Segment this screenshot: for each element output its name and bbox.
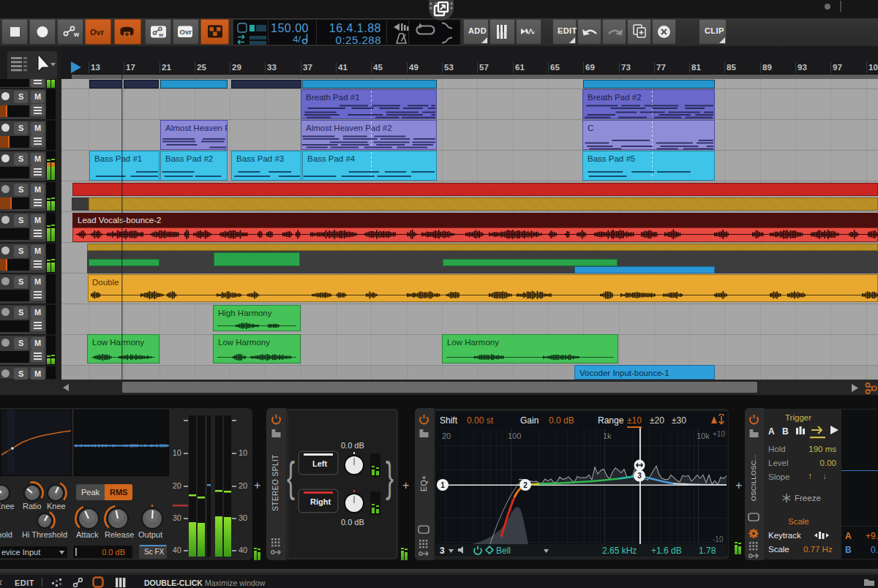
svg-text:1: 1 bbox=[440, 481, 445, 489]
svg-text:3: 3 bbox=[637, 472, 642, 480]
svg-text:2: 2 bbox=[523, 481, 528, 489]
